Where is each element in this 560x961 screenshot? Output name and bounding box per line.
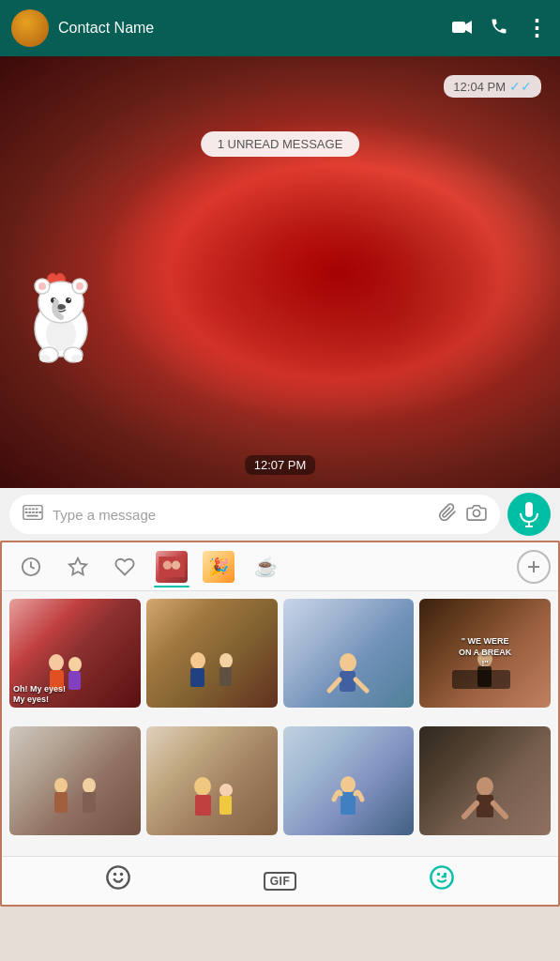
svg-rect-60	[195, 795, 211, 816]
svg-rect-64	[341, 792, 356, 815]
svg-line-67	[464, 803, 477, 816]
tab-celebration[interactable]: 🎉	[197, 546, 240, 587]
tab-celebration-thumbnail: 🎉	[203, 551, 235, 583]
tab-friends[interactable]	[150, 546, 193, 587]
sticker-item[interactable]	[9, 726, 141, 835]
video-call-icon[interactable]	[452, 18, 473, 39]
tab-coffee[interactable]: ☕	[244, 546, 287, 587]
keyboard-icon[interactable]	[23, 504, 43, 526]
svg-line-50	[329, 679, 340, 691]
svg-rect-21	[32, 508, 35, 510]
sent-time-bubble: 12:04 PM ✓✓	[444, 75, 541, 98]
svg-rect-66	[477, 795, 493, 817]
sticker-figure	[9, 726, 141, 835]
svg-line-51	[356, 679, 367, 691]
tab-favorites[interactable]	[56, 546, 99, 587]
svg-rect-62	[219, 796, 232, 815]
gif-button[interactable]: GIF	[264, 872, 297, 891]
unread-badge: 1 UNREAD MESSAGE	[201, 131, 360, 157]
svg-rect-19	[25, 508, 28, 510]
sticker-label: Oh! My eyes!My eyes!	[13, 684, 66, 705]
svg-rect-45	[190, 668, 204, 687]
more-options-icon[interactable]: ⋮	[525, 15, 549, 41]
svg-point-40	[49, 654, 64, 671]
sticker-grid: Oh! My eyes!My eyes!	[2, 591, 558, 856]
svg-rect-27	[38, 511, 41, 513]
svg-rect-43	[68, 671, 81, 690]
contact-info: Contact Name	[58, 20, 443, 37]
sent-time: 12:04 PM	[453, 80, 506, 94]
svg-point-42	[68, 657, 82, 672]
read-tick: ✓✓	[509, 79, 532, 94]
sticker-break-label: " WE WERE ON A BREAK !"	[452, 637, 518, 670]
svg-rect-35	[159, 557, 185, 577]
sticker-figure	[283, 726, 415, 835]
svg-point-57	[83, 778, 96, 793]
svg-point-12	[68, 298, 70, 300]
add-sticker-pack-button[interactable]	[517, 550, 551, 584]
sticker-figure	[283, 599, 415, 708]
contact-name: Contact Name	[58, 20, 443, 37]
chat-header: Contact Name ⋮	[0, 0, 560, 56]
svg-rect-28	[27, 514, 38, 516]
sticker-tab-bar: 🎉 ☕	[2, 542, 558, 591]
sticker-figure	[146, 726, 278, 835]
svg-point-29	[473, 510, 479, 516]
sticker-item[interactable]	[146, 726, 278, 835]
svg-point-16	[39, 355, 51, 362]
tab-heart[interactable]	[103, 546, 146, 587]
message-input-bar: Type a message	[0, 488, 560, 541]
tab-recent[interactable]	[9, 546, 53, 587]
voice-call-icon[interactable]	[490, 17, 508, 40]
svg-rect-20	[28, 508, 31, 510]
sticker-item[interactable]	[283, 599, 415, 708]
chat-area: 12:04 PM ✓✓ 1 UNREAD MESSAGE	[0, 56, 560, 488]
header-actions: ⋮	[452, 15, 549, 41]
sticker-item[interactable]	[283, 726, 415, 835]
svg-rect-26	[36, 511, 38, 513]
camera-icon[interactable]	[466, 504, 487, 526]
svg-point-59	[194, 777, 211, 796]
svg-point-8	[76, 282, 83, 290]
svg-point-36	[163, 560, 172, 569]
svg-point-37	[172, 560, 180, 569]
input-placeholder: Type a message	[53, 507, 429, 523]
svg-point-61	[219, 784, 233, 797]
svg-rect-25	[32, 511, 35, 513]
svg-point-69	[108, 866, 129, 888]
svg-rect-30	[525, 502, 533, 517]
svg-rect-49	[340, 671, 356, 692]
svg-rect-23	[25, 511, 28, 513]
svg-point-63	[341, 776, 356, 793]
svg-rect-24	[28, 511, 31, 513]
svg-point-10	[66, 297, 71, 303]
svg-point-46	[219, 653, 233, 668]
sticker-figure	[146, 599, 278, 708]
sticker-item[interactable]	[146, 599, 278, 708]
svg-point-55	[54, 778, 68, 793]
sticker-panel: 🎉 ☕	[0, 541, 560, 907]
svg-rect-54	[452, 670, 510, 689]
sticker-figure	[419, 726, 551, 835]
svg-point-44	[190, 652, 205, 669]
sticker-panel-bottom-bar: GIF	[2, 856, 558, 905]
svg-point-7	[38, 282, 46, 290]
svg-rect-47	[219, 667, 232, 686]
sticker-item-we-were-on-a-break[interactable]: " WE WERE ON A BREAK !"	[419, 599, 551, 708]
sticker-icon[interactable]	[429, 864, 455, 897]
svg-line-68	[493, 803, 506, 816]
photo-timestamp: 12:07 PM	[245, 455, 316, 475]
mic-button[interactable]	[507, 493, 551, 536]
svg-point-65	[477, 777, 493, 796]
contact-avatar[interactable]	[11, 9, 49, 47]
emoji-icon[interactable]	[105, 864, 131, 897]
message-input-field[interactable]: Type a message	[9, 495, 500, 534]
svg-point-17	[71, 355, 83, 362]
sticker-item[interactable]	[419, 726, 551, 835]
sticker-item[interactable]: Oh! My eyes!My eyes!	[9, 599, 141, 708]
tab-friends-thumbnail	[156, 551, 188, 583]
svg-rect-58	[83, 792, 96, 813]
svg-rect-22	[36, 508, 38, 510]
sticker-image	[9, 244, 197, 432]
attach-icon[interactable]	[438, 503, 457, 526]
